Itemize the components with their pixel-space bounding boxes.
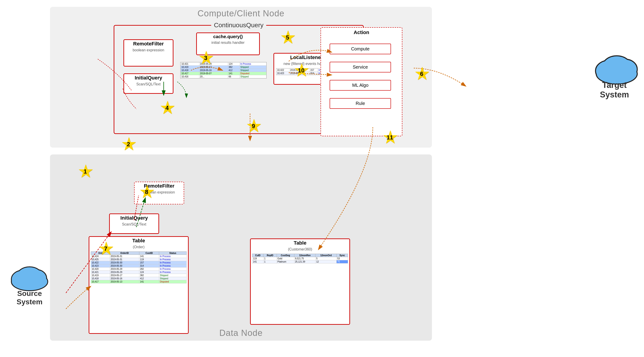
cache-query-title: cache.query() bbox=[197, 33, 259, 40]
continuous-query-label: ContinuousQuery bbox=[211, 21, 266, 29]
cache-query-subtitle: initial results handler bbox=[197, 40, 259, 46]
source-cloud: Source System bbox=[7, 261, 52, 311]
step-2-star: 2 bbox=[120, 136, 136, 152]
initial-query-bottom-subtitle: Scan/SQL/Text bbox=[110, 222, 158, 228]
table-customer-box: Table (Customer360) CuIDRepIDCostSeg12mo… bbox=[250, 238, 350, 325]
remote-filter-top-title: RemoteFilter bbox=[124, 40, 173, 48]
action-rule: Rule bbox=[330, 98, 391, 109]
target-label: Target System bbox=[592, 80, 637, 99]
step-11-star: 11 bbox=[382, 129, 398, 145]
source-label: Source System bbox=[7, 289, 52, 306]
remote-filter-top-subtitle: boolean expression bbox=[124, 48, 173, 54]
action-compute: Compute bbox=[330, 44, 391, 54]
step-9-star: 9 bbox=[246, 118, 262, 134]
compute-node-label: Compute/Client Node bbox=[198, 9, 284, 18]
table-customer-subtitle: (Customer360) bbox=[251, 247, 350, 253]
target-cloud: Target System bbox=[592, 50, 637, 106]
data-node-label: Data Node bbox=[219, 328, 263, 338]
action-ml-algo: ML Algo bbox=[330, 80, 391, 91]
step-8-star: 8 bbox=[139, 184, 154, 200]
action-label: Action bbox=[321, 29, 402, 36]
initial-query-top-subtitle: Scan/SQL/Text bbox=[124, 82, 173, 88]
initial-query-bottom-title: InitialQuery bbox=[110, 214, 158, 222]
step-1-star: 1 bbox=[77, 164, 93, 179]
step-10-star: 10 bbox=[293, 62, 309, 78]
action-box: Action Compute Service ML Algo Rule bbox=[320, 27, 402, 136]
step-6-star: 6 bbox=[414, 66, 430, 82]
action-service: Service bbox=[330, 62, 391, 72]
table-customer-title: Table bbox=[251, 239, 350, 247]
step-3-star: 3 bbox=[198, 50, 214, 66]
step-5-star: 5 bbox=[280, 29, 296, 45]
table-customer-data: CuIDRepIDCostSeg12monRev12monOrdSync 119… bbox=[252, 254, 348, 263]
cache-data-table: 10,4212019-05-29124In Process 10,4192019… bbox=[180, 62, 267, 79]
initial-query-bottom-box: InitialQuery Scan/SQL/Text bbox=[109, 213, 159, 234]
svg-point-19 bbox=[603, 56, 630, 76]
step-7-star: 7 bbox=[98, 241, 114, 257]
compute-node: Compute/Client Node ContinuousQuery Remo… bbox=[50, 7, 432, 148]
initial-query-top-box: InitialQuery Scan/SQL/Text bbox=[124, 73, 174, 94]
step-4-star: 4 bbox=[159, 100, 175, 116]
remote-filter-top-box: RemoteFilter boolean expression bbox=[124, 39, 174, 66]
initial-query-top-title: InitialQuery bbox=[124, 74, 173, 82]
svg-point-11 bbox=[18, 267, 42, 285]
